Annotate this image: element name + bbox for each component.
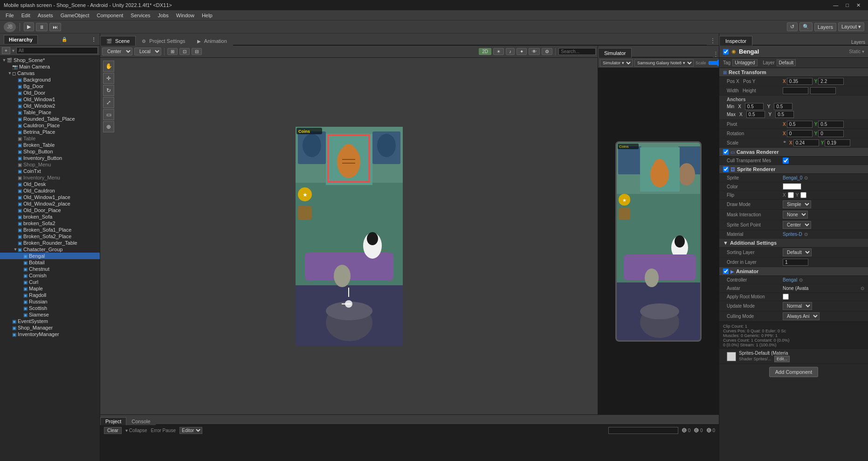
console-clear-btn[interactable]: Clear: [104, 427, 122, 434]
pivot-selector[interactable]: Center: [102, 48, 132, 55]
render-mode-btn[interactable]: ⊟: [192, 48, 202, 55]
culling-mode-select[interactable]: Always Ani: [783, 312, 820, 320]
tree-item-old-cauldron[interactable]: ▣ Old_Cauldron: [0, 187, 100, 194]
effects-btn[interactable]: ✦: [517, 48, 527, 55]
tree-item-old-window1[interactable]: ▣ Old_Window1: [0, 96, 100, 103]
tree-item-ragdoll[interactable]: ▣ Ragdoll: [0, 292, 100, 298]
menu-help[interactable]: Help: [198, 13, 216, 18]
console-filter-select[interactable]: Editor: [179, 427, 202, 434]
tree-item-shop-button[interactable]: ▣ Shop_Button: [0, 148, 100, 155]
mask-interaction-select[interactable]: None: [783, 211, 808, 219]
tag-value[interactable]: Untagged: [732, 59, 757, 66]
color-swatch[interactable]: [783, 183, 801, 190]
inspector-tab[interactable]: Inspector: [719, 36, 752, 46]
tree-item-betrina-place[interactable]: ▣ Betrina_Place: [0, 129, 100, 135]
tree-item-old-door-place[interactable]: ▣ Old_Door_Place: [0, 207, 100, 213]
menu-file[interactable]: File: [2, 13, 18, 18]
menu-window[interactable]: Window: [172, 13, 198, 18]
tree-item-broken-rounder-table[interactable]: ▣ Broken_Rounder_Table: [0, 240, 100, 246]
tree-item-broken-sofa1-place[interactable]: ▣ Broken_Sofa1_Place: [0, 227, 100, 233]
tree-item-old-w1-place[interactable]: ▣ Old_Window1_place: [0, 194, 100, 200]
scale-tool[interactable]: ⤢: [103, 97, 114, 108]
animator-header[interactable]: ▶ Animator: [719, 267, 868, 276]
tree-item-curl[interactable]: ▣ Curl: [0, 279, 100, 285]
tree-item-old-w2-place[interactable]: ▣ Old_Window2_place: [0, 200, 100, 207]
pivot-y-input[interactable]: [818, 121, 844, 128]
draw-mode-select[interactable]: Simple: [783, 200, 811, 208]
tree-item-old-window2[interactable]: ▣ Old_Window2: [0, 103, 100, 109]
tree-item-broken-sofa2[interactable]: ▣ broken_Sofa2: [0, 220, 100, 227]
simulator-tab[interactable]: Simulator: [598, 48, 632, 58]
space-selector[interactable]: Local: [134, 48, 161, 55]
2d-btn[interactable]: 2D: [479, 48, 491, 55]
tree-item-bg-door[interactable]: ▣ Bg_Door: [0, 83, 100, 89]
tree-item-cointxt[interactable]: ▣ CoinTxt: [0, 168, 100, 174]
scene-options-btn[interactable]: ⋮: [707, 36, 719, 45]
anchor-max-y[interactable]: [775, 111, 794, 118]
tree-item-table[interactable]: ▣ Table: [0, 135, 100, 142]
hierarchy-lock-icon[interactable]: 🔒: [62, 37, 67, 42]
apply-root-motion-checkbox[interactable]: [783, 294, 789, 300]
gizmos-btn[interactable]: ⚙: [542, 48, 552, 55]
lighting-btn[interactable]: ☀: [493, 48, 504, 55]
material-select-icon[interactable]: ⊙: [804, 232, 808, 237]
animation-tab[interactable]: ▶ Animation: [191, 36, 233, 46]
pos-x-input[interactable]: [787, 78, 813, 85]
material-edit-btn[interactable]: Edit...: [774, 356, 790, 362]
tree-item-bengal[interactable]: ▣ Bengal: [0, 253, 100, 259]
hierarchy-tab[interactable]: Hierarchy: [4, 35, 38, 44]
simulator-mode-select[interactable]: Simulator ▾: [600, 59, 633, 67]
rotation-y-input[interactable]: [818, 130, 844, 137]
additional-settings-header[interactable]: ▼ Additional Settings: [719, 239, 868, 248]
rotation-x-input[interactable]: [787, 130, 813, 137]
hierarchy-menu-icon[interactable]: ⋮: [91, 37, 96, 42]
canvas-renderer-header[interactable]: ▭ Canvas Renderer: [719, 148, 868, 157]
flip-x-checkbox[interactable]: [788, 192, 794, 198]
rect-tool[interactable]: ▭: [103, 109, 114, 120]
tree-item-canvas[interactable]: ▼ ◻ Canvas: [0, 70, 100, 76]
tree-item-russian[interactable]: ▣ Russian: [0, 298, 100, 305]
layer-value[interactable]: Default: [777, 59, 796, 66]
menu-gameobject[interactable]: GameObject: [57, 13, 93, 18]
scale-slider[interactable]: [708, 59, 719, 67]
width-input[interactable]: 1.8347: [783, 87, 808, 94]
layout-btn[interactable]: Layout ▾: [838, 22, 864, 31]
hierarchy-add-btn[interactable]: +: [2, 47, 10, 54]
snap-btn[interactable]: ⊡: [179, 48, 190, 55]
transform-tool[interactable]: ⊕: [103, 121, 114, 132]
menu-component[interactable]: Component: [93, 13, 127, 18]
sprite-renderer-header[interactable]: 🖼 Sprite Renderer: [719, 165, 868, 174]
scene-tab[interactable]: 🎬 Scene: [100, 36, 136, 46]
anchor-min-y[interactable]: [774, 103, 792, 110]
step-button[interactable]: ⏭: [49, 23, 61, 31]
sprite-sort-point-select[interactable]: Center: [783, 221, 811, 229]
pause-button[interactable]: ⏸: [36, 23, 48, 31]
tree-item-rounded-table[interactable]: ▣ Rounded_Table_Place: [0, 116, 100, 122]
tree-item-shop-scene[interactable]: ▼ 🎬 Shop_Scene*: [0, 57, 100, 63]
rect-transform-header[interactable]: ⊞ Rect Transform: [719, 68, 868, 77]
tree-item-main-camera[interactable]: 📷 Main Camera: [0, 63, 100, 70]
add-component-button[interactable]: Add Component: [769, 367, 819, 377]
scale-y-input[interactable]: [825, 139, 850, 146]
tree-item-broken-sofa[interactable]: ▣ broken_Sofa: [0, 213, 100, 220]
rotate-tool[interactable]: ↻: [103, 85, 114, 96]
sorting-layer-select[interactable]: Default: [783, 248, 812, 256]
order-in-layer-input[interactable]: [783, 259, 808, 266]
tree-item-character-group[interactable]: ▼ ▣ Chatacter_Group: [0, 246, 100, 253]
anchor-min-x[interactable]: [745, 103, 764, 110]
height-input[interactable]: 3.4621: [810, 87, 836, 94]
close-btn[interactable]: ✕: [853, 2, 864, 8]
tree-item-inventory-manager[interactable]: ▣ InventoryManager: [0, 331, 100, 337]
menu-services[interactable]: Services: [127, 13, 154, 18]
tree-item-old-desk[interactable]: ▣ Old_Desk: [0, 181, 100, 187]
minimize-btn[interactable]: —: [829, 2, 842, 8]
tree-item-shop-menu[interactable]: ▣ Shop_Menu: [0, 161, 100, 168]
tree-item-broken-table[interactable]: ▣ Broken_Table: [0, 142, 100, 148]
history-btn[interactable]: ↺: [787, 22, 798, 31]
audio-btn[interactable]: ♪: [506, 48, 515, 55]
tree-item-inventory-button[interactable]: ▣ Inventory_Button: [0, 155, 100, 161]
tree-item-maple[interactable]: ▣ Maple: [0, 285, 100, 292]
flip-y-checkbox[interactable]: [800, 192, 806, 198]
unity-account-btn[interactable]: JB: [4, 22, 16, 32]
search-btn[interactable]: 🔍: [799, 22, 813, 31]
